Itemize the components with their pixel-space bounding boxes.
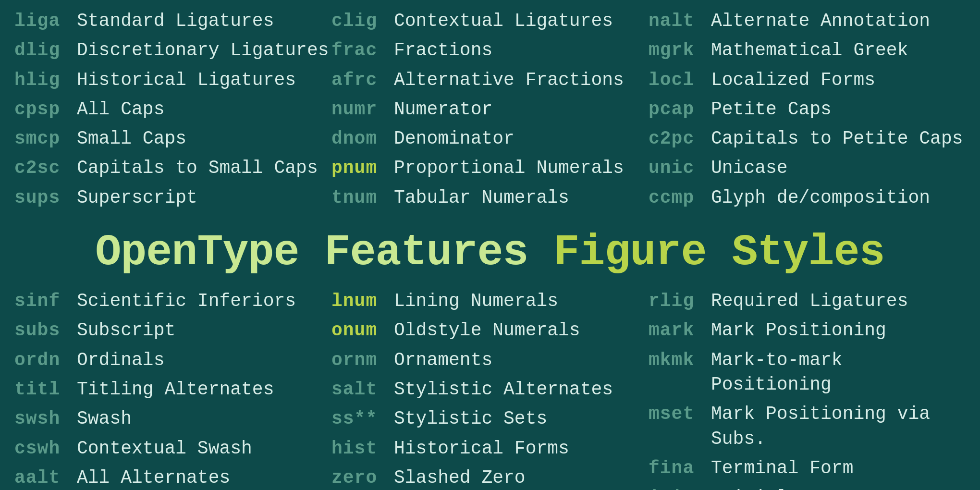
hero-figure-text: Figure Styles: [554, 228, 885, 277]
feature-row: lnum Lining Numerals: [331, 289, 649, 313]
feature-row: swsh Swash: [14, 406, 331, 431]
feature-code: mset: [649, 402, 711, 426]
bottom-col2: lnum Lining Numerals onum Oldstyle Numer…: [331, 289, 649, 490]
feature-row: locl Localized Forms: [649, 68, 966, 92]
feature-row: ss** Stylistic Sets: [331, 406, 649, 431]
feature-row: mark Mark Positioning: [649, 318, 966, 343]
feature-row: frac Fractions: [331, 38, 649, 62]
feature-row: ornm Ornaments: [331, 348, 649, 372]
feature-row: sups Superscript: [14, 185, 331, 210]
feature-row: tnum Tabular Numerals: [331, 185, 649, 210]
top-section: liga Standard Ligatures dlig Discretiona…: [14, 9, 966, 215]
feature-row: salt Stylistic Alternates: [331, 377, 649, 402]
feature-row: cswh Contextual Swash: [14, 436, 331, 461]
feature-code: subs: [14, 318, 77, 343]
bottom-col1: sinf Scientific Inferiors subs Subscript…: [14, 289, 331, 490]
feature-code: cswh: [14, 436, 77, 461]
feature-row: zero Slashed Zero: [331, 466, 649, 490]
feature-label: Tabular Numerals: [394, 185, 569, 210]
feature-label: Subscript: [77, 318, 175, 343]
feature-row: c2sc Capitals to Small Caps: [14, 156, 331, 180]
feature-label: Localized Forms: [711, 68, 875, 92]
feature-row: smcp Small Caps: [14, 126, 331, 151]
feature-code: c2pc: [649, 126, 711, 151]
feature-label: Historical Forms: [394, 436, 569, 461]
feature-label: Mark Positioning via Subs.: [711, 402, 966, 451]
feature-code: sups: [14, 185, 77, 210]
feature-row: subs Subscript: [14, 318, 331, 343]
feature-code: smcp: [14, 126, 77, 151]
feature-row: mkmk Mark-to-mark Positioning: [649, 348, 966, 397]
feature-code: cpsp: [14, 97, 77, 122]
feature-label: Numerator: [394, 97, 492, 122]
feature-row: ccmp Glyph de/composition: [649, 185, 966, 210]
feature-code: afrc: [331, 68, 394, 92]
feature-code: locl: [649, 68, 711, 92]
feature-row: rlig Required Ligatures: [649, 289, 966, 313]
feature-code: titl: [14, 377, 77, 402]
feature-code: aalt: [14, 466, 77, 490]
feature-label: Scientific Inferiors: [77, 289, 296, 313]
feature-code: swsh: [14, 406, 77, 431]
feature-label: Alternate Annotation: [711, 9, 930, 33]
feature-row: ordn Ordinals: [14, 348, 331, 372]
feature-label: Fractions: [394, 38, 492, 62]
feature-code: onum: [331, 318, 394, 343]
feature-label: Historical Ligatures: [77, 68, 296, 92]
feature-code: fina: [649, 456, 711, 480]
feature-row: afrc Alternative Fractions: [331, 68, 649, 92]
feature-row: aalt All Alternates: [14, 466, 331, 490]
feature-label: All Caps: [77, 97, 164, 122]
bottom-section: sinf Scientific Inferiors subs Subscript…: [14, 289, 966, 490]
feature-row: nalt Alternate Annotation: [649, 9, 966, 33]
feature-row: clig Contextual Ligatures: [331, 9, 649, 33]
feature-code: salt: [331, 377, 394, 402]
feature-label: Proportional Numerals: [394, 156, 624, 180]
feature-row: cpsp All Caps: [14, 97, 331, 122]
feature-row: hist Historical Forms: [331, 436, 649, 461]
feature-label: Lining Numerals: [394, 289, 558, 313]
feature-label: Ordinals: [77, 348, 164, 372]
feature-code: dnom: [331, 126, 394, 151]
feature-row: mset Mark Positioning via Subs.: [649, 402, 966, 451]
feature-label: Slashed Zero: [394, 466, 526, 490]
feature-code: hist: [331, 436, 394, 461]
feature-code: numr: [331, 97, 394, 122]
feature-label: Stylistic Alternates: [394, 377, 613, 402]
feature-label: Terminal Form: [711, 456, 853, 480]
feature-row: init Initial Form: [649, 485, 966, 490]
feature-label: Required Ligatures: [711, 289, 908, 313]
feature-code: clig: [331, 9, 394, 33]
feature-code: ornm: [331, 348, 394, 372]
hero-text: OpenType Features Figure Styles: [14, 228, 966, 277]
feature-label: Unicase: [711, 156, 788, 180]
feature-row: liga Standard Ligatures: [14, 9, 331, 33]
feature-label: Capitals to Small Caps: [77, 156, 318, 180]
feature-label: Glyph de/composition: [711, 185, 930, 210]
hero-main-text: OpenType Features: [95, 228, 528, 277]
top-col1: liga Standard Ligatures dlig Discretiona…: [14, 9, 331, 215]
feature-code: lnum: [331, 289, 394, 313]
feature-row: dlig Discretionary Ligatures: [14, 38, 331, 62]
top-col3: nalt Alternate Annotation mgrk Mathemati…: [649, 9, 966, 215]
feature-code: c2sc: [14, 156, 77, 180]
feature-label: Mark-to-mark Positioning: [711, 348, 966, 397]
feature-row: hlig Historical Ligatures: [14, 68, 331, 92]
feature-code: tnum: [331, 185, 394, 210]
feature-row: titl Titling Alternates: [14, 377, 331, 402]
feature-code: mgrk: [649, 38, 711, 62]
feature-label: Oldstyle Numerals: [394, 318, 580, 343]
feature-label: Petite Caps: [711, 97, 832, 122]
feature-label: Capitals to Petite Caps: [711, 126, 963, 151]
feature-code: init: [649, 485, 711, 490]
feature-row: pnum Proportional Numerals: [331, 156, 649, 180]
feature-label: Discretionary Ligatures: [77, 38, 329, 62]
feature-code: liga: [14, 9, 77, 33]
feature-code: rlig: [649, 289, 711, 313]
feature-label: Denominator: [394, 126, 514, 151]
hero-section: OpenType Features Figure Styles: [14, 215, 966, 289]
feature-code: mark: [649, 318, 711, 343]
feature-code: unic: [649, 156, 711, 180]
feature-label: Swash: [77, 406, 132, 431]
feature-row: dnom Denominator: [331, 126, 649, 151]
